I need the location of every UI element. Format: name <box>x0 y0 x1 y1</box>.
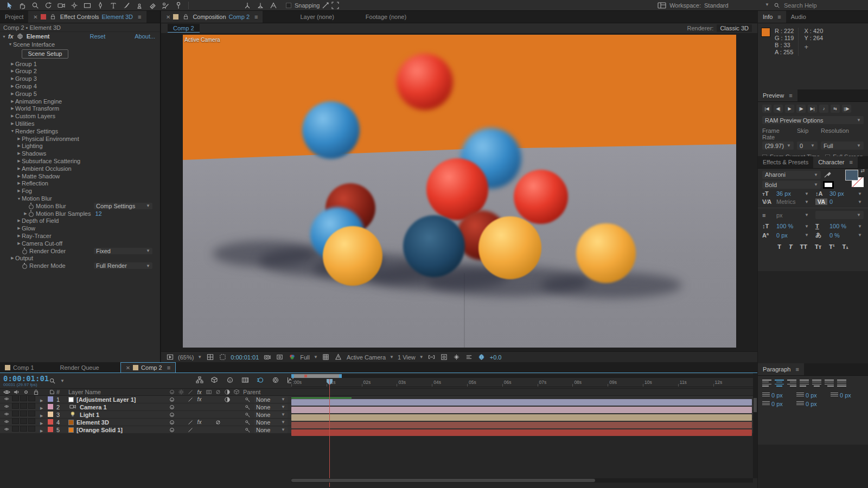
expand-arrow[interactable]: ▶ <box>37 399 43 402</box>
reset-link[interactable]: Reset <box>90 33 106 40</box>
solo-toggle[interactable] <box>20 410 27 416</box>
justify-last-center-button[interactable] <box>812 380 821 387</box>
motion-blur-icon[interactable] <box>256 376 265 384</box>
panel-menu-icon[interactable]: ≡ <box>849 159 852 165</box>
stroke-width-value[interactable]: px <box>776 212 800 219</box>
show-channel-icon[interactable] <box>288 353 296 362</box>
zoom-tool-icon[interactable] <box>31 1 40 10</box>
quality-icon[interactable] <box>186 426 195 434</box>
param-motion-blur-samples[interactable]: ▶Motion Blur Samples12 <box>0 210 160 217</box>
search-help-field[interactable]: Search Help <box>773 1 865 10</box>
tab-layer[interactable]: Layer (none) <box>295 11 339 23</box>
pen-tool[interactable] <box>94 1 106 10</box>
swap-colors-icon[interactable]: ⇄ <box>860 168 865 174</box>
mask-visibility-icon[interactable] <box>218 353 227 362</box>
horizontal-scrollbar[interactable] <box>291 478 753 483</box>
font-size-value[interactable]: 36 px <box>776 190 800 197</box>
param-group-1[interactable]: ▶Group 1 <box>0 60 160 68</box>
solo-toggle[interactable] <box>20 403 27 409</box>
lock-toggle[interactable] <box>28 403 35 409</box>
world-axis-mode-icon[interactable] <box>256 1 265 10</box>
eye-icon[interactable] <box>2 426 11 434</box>
align-left-button[interactable] <box>762 380 771 387</box>
play-button[interactable]: ▶ <box>785 105 794 113</box>
layer-name-column[interactable]: Layer Name <box>68 389 167 395</box>
about-link[interactable]: About... <box>135 33 155 40</box>
rotate-tool[interactable] <box>42 1 54 10</box>
skip-dropdown[interactable]: 0▼ <box>797 142 818 150</box>
pen-tool-icon[interactable] <box>96 1 105 10</box>
first-frame-button[interactable]: |◀ <box>762 105 771 113</box>
parent-dropdown[interactable]: None▼ <box>254 419 288 426</box>
close-icon[interactable]: ✕ <box>33 14 37 20</box>
tracking-value[interactable]: 0 <box>829 198 853 205</box>
shy-sw-icon[interactable] <box>168 426 176 434</box>
param-lighting[interactable]: ▶Lighting <box>0 143 160 150</box>
timeline-navigator[interactable] <box>291 374 753 378</box>
audio-toggle[interactable] <box>12 395 19 401</box>
faux-italic-toggle[interactable]: T <box>789 243 793 250</box>
param-motion-blur[interactable]: ▼Motion Blur <box>0 195 160 202</box>
pan-behind-tool-icon[interactable] <box>70 1 79 10</box>
rotate-tool-icon[interactable] <box>44 1 53 10</box>
parent-dropdown[interactable]: None▼ <box>254 404 288 410</box>
panel-menu-icon[interactable]: ≡ <box>138 14 141 20</box>
tab-effect-controls[interactable]: ✕ Effect Controls Element 3D ≡ <box>28 11 146 23</box>
eraser-tool-icon[interactable] <box>148 1 157 10</box>
world-axis-mode[interactable] <box>254 1 266 10</box>
tab-project[interactable]: Project <box>0 11 28 23</box>
parent-column[interactable]: Parent <box>243 389 291 395</box>
vertical-scale-value[interactable]: 100 % <box>776 223 800 229</box>
zoom-tool[interactable] <box>29 1 41 10</box>
puppet-tool[interactable] <box>173 1 184 10</box>
lock-toggle[interactable] <box>28 410 35 416</box>
tab-info[interactable]: Info≡ <box>758 11 786 23</box>
mini-flowchart-icon[interactable] <box>195 376 204 384</box>
selection-tool[interactable] <box>3 1 15 10</box>
lock-icon[interactable] <box>181 12 190 21</box>
label-color-chip[interactable] <box>48 419 53 425</box>
timeline-search[interactable]: ▼ <box>48 376 65 385</box>
font-style-dropdown[interactable]: Bold▼ <box>762 181 821 189</box>
parent-whip-icon[interactable] <box>243 426 252 434</box>
timeline-track-area[interactable]: :00s01s02s03s04s05s06s07s08s09s10s11s12s <box>291 373 753 487</box>
stopwatch-icon[interactable] <box>22 248 28 254</box>
comp-subtab[interactable]: Comp 2 <box>168 24 200 33</box>
stopwatch-icon[interactable] <box>28 203 34 209</box>
param-group-4[interactable]: ▶Group 4 <box>0 82 160 90</box>
panel-menu-icon[interactable]: ≡ <box>795 366 799 373</box>
param-depth-of-field[interactable]: ▶Depth of Field <box>0 217 160 225</box>
always-preview-icon[interactable] <box>165 353 174 362</box>
indent-right-field[interactable]: 0 px <box>762 401 795 407</box>
eyedropper-icon[interactable] <box>823 170 832 179</box>
param-physical-environment[interactable]: ▶Physical Environment <box>0 135 160 143</box>
vertical-scrollbar[interactable] <box>753 373 757 478</box>
superscript-toggle[interactable]: T¹ <box>829 243 834 250</box>
panel-menu-icon[interactable]: ≡ <box>777 14 781 20</box>
param-shadows[interactable]: ▶Shadows <box>0 150 160 157</box>
label-color-chip[interactable] <box>48 427 53 432</box>
tab-effects-presets[interactable]: Effects & Presets <box>758 156 813 168</box>
solo-toggle[interactable] <box>20 418 27 424</box>
lock-toggle[interactable] <box>28 395 35 401</box>
panel-menu-icon[interactable]: ≡ <box>789 92 792 99</box>
param-motion-blur[interactable]: Motion BlurComp Settings▼ <box>0 202 160 210</box>
param-animation-engine[interactable]: ▶Animation Engine <box>0 98 160 105</box>
subscript-toggle[interactable]: T₁ <box>843 243 848 250</box>
choose-grid-icon[interactable] <box>206 353 214 362</box>
param-render-settings[interactable]: ▼Render Settings <box>0 127 160 135</box>
view-layout-dropdown[interactable]: 1 View▼ <box>398 354 424 361</box>
param-fog[interactable]: ▶Fog <box>0 187 160 195</box>
exposure-value[interactable]: +0.0 <box>490 354 502 361</box>
audio-toggle[interactable] <box>12 426 19 432</box>
label-color-chip[interactable] <box>48 404 53 409</box>
snapping-checkbox[interactable] <box>286 3 291 8</box>
close-icon[interactable]: ✕ <box>126 365 130 371</box>
ram-preview-button[interactable]: ||▶ <box>842 105 851 113</box>
label-color-chip[interactable] <box>48 396 53 402</box>
expand-arrow[interactable]: ▶ <box>37 421 43 425</box>
show-snapshot-icon[interactable] <box>275 353 284 362</box>
justify-last-right-button[interactable] <box>825 380 834 387</box>
close-icon[interactable]: ✕ <box>166 14 170 20</box>
tab-composition[interactable]: ✕ Composition Comp 2 ≡ <box>161 11 263 23</box>
